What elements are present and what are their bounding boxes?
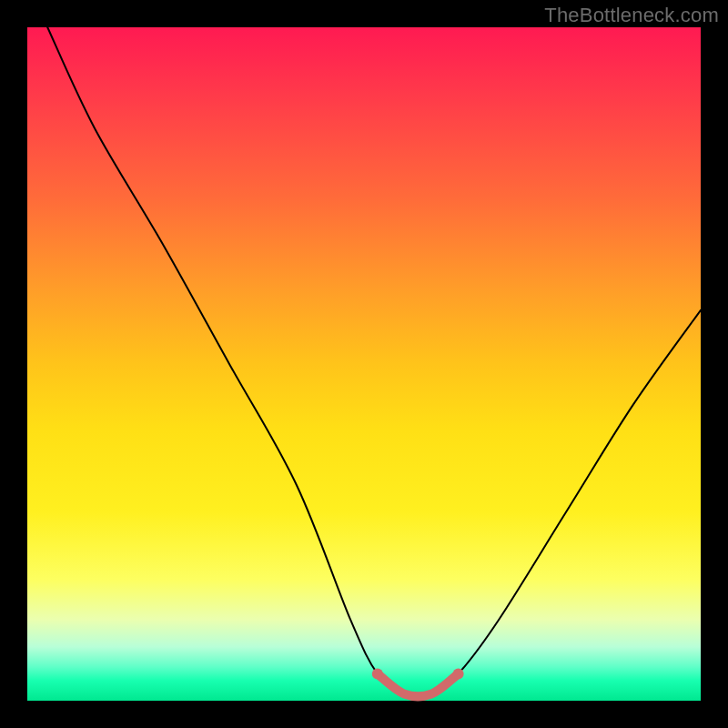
optimal-region-end-dot [453, 668, 464, 679]
curve-svg [27, 27, 701, 701]
watermark-text: TheBottleneck.com [544, 4, 719, 27]
plot-area [27, 27, 701, 701]
bottleneck-curve [47, 27, 701, 696]
optimal-region-start-dot [372, 668, 383, 679]
optimal-region-highlight [378, 673, 459, 696]
chart-frame: TheBottleneck.com [0, 0, 728, 728]
